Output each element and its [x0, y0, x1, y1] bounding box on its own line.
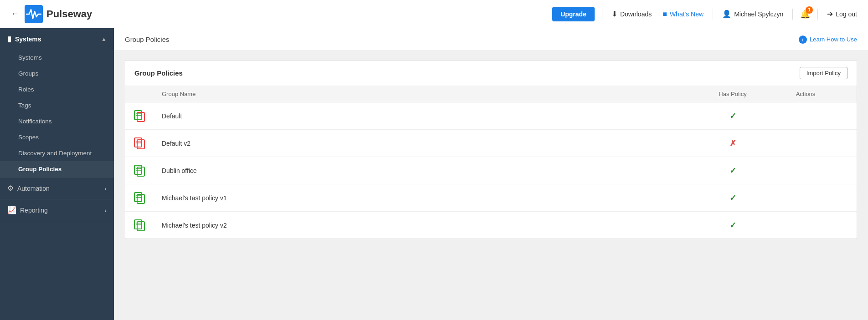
table-row: Default ✓ — [125, 102, 857, 130]
downloads-nav-item[interactable]: ⬇ Downloads — [610, 10, 653, 18]
sidebar-item-notifications[interactable]: Notifications — [0, 113, 114, 129]
notification-badge: 1 — [806, 6, 813, 14]
row-haspolicy-default: ✓ — [696, 102, 769, 130]
whats-new-nav-item[interactable]: ■ What's New — [661, 10, 705, 18]
group-policies-panel: Group Policies Import Policy Group Name — [125, 60, 857, 239]
pulseway-logo-icon — [25, 5, 43, 23]
sidebar-item-tags[interactable]: Tags — [0, 97, 114, 113]
notifications-nav-item[interactable]: 🔔 1 — [800, 9, 810, 19]
reporting-chevron-icon: ‹ — [104, 207, 107, 214]
systems-chevron-icon: ▲ — [101, 36, 107, 42]
row-name-default: Default — [154, 102, 696, 130]
th-actions: Actions — [769, 86, 842, 102]
group-policy-icon — [133, 108, 147, 122]
row-name-michael-v1: Michael's tast policy v1 — [154, 184, 696, 212]
sidebar-item-scopes[interactable]: Scopes — [0, 129, 114, 145]
logout-nav-item[interactable]: ➔ Log out — [825, 10, 859, 18]
table-header: Group Name Has Policy Actions — [125, 86, 857, 102]
panel-title: Group Policies — [134, 69, 183, 77]
group-policies-table: Group Name Has Policy Actions — [125, 86, 857, 239]
breadcrumb: Group Policies — [125, 36, 169, 43]
sidebar: ▮ Systems ▲ Systems Groups Roles Tags No… — [0, 28, 114, 320]
row-icon-cell — [125, 130, 154, 157]
content-inner: Group Policies Import Policy Group Name — [114, 51, 868, 320]
user-profile-nav-item[interactable]: 👤 Michael Spylczyn — [720, 10, 785, 18]
table-row: Dublin office ✓ — [125, 157, 857, 184]
sidebar-section-systems-label: Systems — [15, 36, 41, 43]
th-scrollbar — [842, 86, 857, 102]
row-actions-default-v2 — [769, 130, 842, 157]
sidebar-section-systems-header[interactable]: ▮ Systems ▲ — [0, 28, 114, 50]
logo-area: ← Pulseway — [9, 5, 92, 23]
main-layout: ▮ Systems ▲ Systems Groups Roles Tags No… — [0, 28, 868, 320]
monitor-icon: ▮ — [7, 35, 11, 43]
back-button[interactable]: ← — [9, 7, 21, 20]
row-haspolicy-michael-v1: ✓ — [696, 184, 769, 212]
cross-icon: ✗ — [729, 139, 736, 148]
downloads-icon: ⬇ — [611, 10, 617, 18]
top-nav: ← Pulseway Upgrade ⬇ Downloads ■ What's … — [0, 0, 868, 28]
row-name-default-v2: Default v2 — [154, 130, 696, 157]
table-row: Default v2 ✗ — [125, 130, 857, 157]
nav-divider-2 — [713, 9, 713, 20]
row-actions-michael-v1 — [769, 184, 842, 212]
check-icon: ✓ — [729, 221, 736, 230]
content-area: Group Policies i Learn How to Use Group … — [114, 28, 868, 320]
downloads-label: Downloads — [620, 10, 652, 18]
row-icon-cell — [125, 212, 154, 239]
automation-chevron-icon: ‹ — [104, 185, 107, 192]
sidebar-section-reporting: 📈 Reporting ‹ — [0, 199, 114, 221]
nav-divider-3 — [792, 9, 793, 20]
sidebar-section-automation: ⚙ Automation ‹ — [0, 178, 114, 199]
group-policy-icon — [133, 135, 147, 150]
whats-new-label: What's New — [670, 10, 704, 18]
row-name-dublin: Dublin office — [154, 157, 696, 184]
table-body: Default ✓ — [125, 102, 857, 239]
th-icon-spacer — [125, 86, 154, 102]
info-icon: i — [799, 36, 807, 44]
sidebar-section-systems-header-left: ▮ Systems — [7, 35, 41, 43]
logo-text: Pulseway — [46, 8, 92, 20]
sidebar-item-groups[interactable]: Groups — [0, 66, 114, 81]
sidebar-reporting-label: Reporting — [20, 207, 48, 214]
sidebar-reporting-left: 📈 Reporting — [7, 206, 48, 214]
learn-how-link[interactable]: i Learn How to Use — [799, 36, 857, 44]
th-group-name: Group Name — [154, 86, 696, 102]
row-actions-default — [769, 102, 842, 130]
sidebar-item-group-policies[interactable]: Group Policies — [0, 161, 114, 177]
group-policy-icon — [133, 163, 147, 177]
group-policy-icon — [133, 217, 147, 232]
panel-header: Group Policies Import Policy — [125, 61, 857, 86]
sidebar-automation-label: Automation — [17, 185, 50, 192]
sidebar-automation-header[interactable]: ⚙ Automation ‹ — [0, 178, 114, 199]
row-icon-cell — [125, 184, 154, 212]
table-row: Michael's test policy v2 ✓ — [125, 212, 857, 239]
row-icon-cell — [125, 157, 154, 184]
check-icon: ✓ — [729, 112, 736, 121]
sidebar-automation-left: ⚙ Automation — [7, 184, 50, 193]
row-icon-cell — [125, 102, 154, 130]
sidebar-section-systems: ▮ Systems ▲ Systems Groups Roles Tags No… — [0, 28, 114, 178]
logout-label: Log out — [836, 10, 857, 18]
row-haspolicy-default-v2: ✗ — [696, 130, 769, 157]
logout-icon: ➔ — [827, 10, 833, 18]
user-icon: 👤 — [722, 10, 731, 18]
row-actions-michael-v2 — [769, 212, 842, 239]
learn-how-label: Learn How to Use — [810, 36, 857, 43]
th-has-policy: Has Policy — [696, 86, 769, 102]
nav-divider-4 — [817, 9, 818, 20]
reporting-icon: 📈 — [7, 206, 16, 214]
sidebar-item-roles[interactable]: Roles — [0, 81, 114, 97]
row-actions-dublin — [769, 157, 842, 184]
import-policy-button[interactable]: Import Policy — [800, 67, 847, 79]
nav-divider-1 — [602, 9, 602, 20]
table-row: Michael's tast policy v1 ✓ — [125, 184, 857, 212]
check-icon: ✓ — [729, 193, 736, 203]
sidebar-reporting-header[interactable]: 📈 Reporting ‹ — [0, 199, 114, 221]
row-haspolicy-dublin: ✓ — [696, 157, 769, 184]
check-icon: ✓ — [729, 166, 736, 175]
sidebar-item-systems[interactable]: Systems — [0, 50, 114, 66]
user-name: Michael Spylczyn — [734, 10, 783, 18]
sidebar-item-discovery-deployment[interactable]: Discovery and Deployment — [0, 145, 114, 161]
upgrade-button[interactable]: Upgrade — [552, 7, 595, 21]
